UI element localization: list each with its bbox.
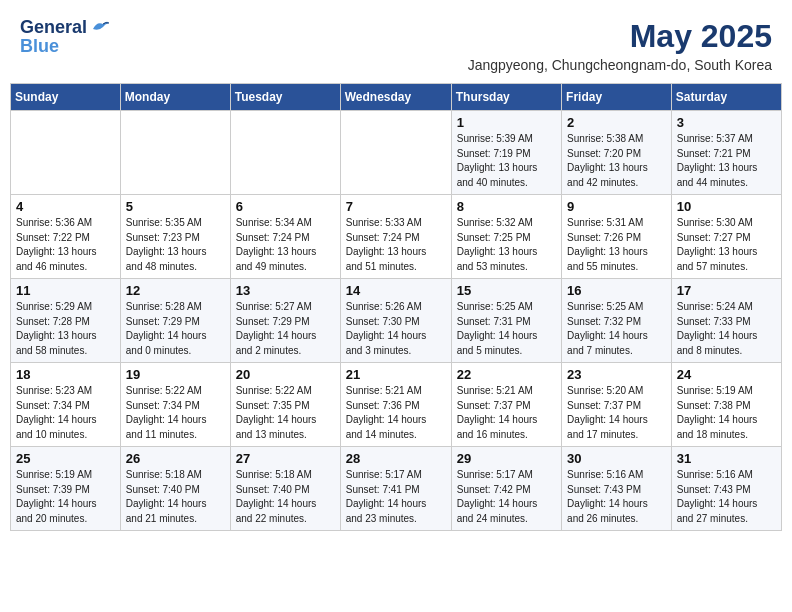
day-info: Sunrise: 5:38 AMSunset: 7:20 PMDaylight:… (567, 132, 666, 190)
day-number: 22 (457, 367, 556, 382)
day-number: 13 (236, 283, 335, 298)
calendar-week-row: 25 Sunrise: 5:19 AMSunset: 7:39 PMDaylig… (11, 447, 782, 531)
day-number: 3 (677, 115, 776, 130)
calendar-cell: 13 Sunrise: 5:27 AMSunset: 7:29 PMDaylig… (230, 279, 340, 363)
calendar-cell: 26 Sunrise: 5:18 AMSunset: 7:40 PMDaylig… (120, 447, 230, 531)
day-number: 10 (677, 199, 776, 214)
day-number: 31 (677, 451, 776, 466)
day-number: 21 (346, 367, 446, 382)
calendar-week-row: 1 Sunrise: 5:39 AMSunset: 7:19 PMDayligh… (11, 111, 782, 195)
month-title: May 2025 (468, 18, 772, 55)
day-info: Sunrise: 5:24 AMSunset: 7:33 PMDaylight:… (677, 300, 776, 358)
day-number: 30 (567, 451, 666, 466)
calendar-cell: 4 Sunrise: 5:36 AMSunset: 7:22 PMDayligh… (11, 195, 121, 279)
day-number: 19 (126, 367, 225, 382)
day-number: 11 (16, 283, 115, 298)
calendar-cell: 16 Sunrise: 5:25 AMSunset: 7:32 PMDaylig… (562, 279, 672, 363)
calendar-cell: 3 Sunrise: 5:37 AMSunset: 7:21 PMDayligh… (671, 111, 781, 195)
calendar-cell: 5 Sunrise: 5:35 AMSunset: 7:23 PMDayligh… (120, 195, 230, 279)
day-info: Sunrise: 5:26 AMSunset: 7:30 PMDaylight:… (346, 300, 446, 358)
day-number: 20 (236, 367, 335, 382)
day-info: Sunrise: 5:21 AMSunset: 7:37 PMDaylight:… (457, 384, 556, 442)
calendar-cell: 9 Sunrise: 5:31 AMSunset: 7:26 PMDayligh… (562, 195, 672, 279)
calendar-week-row: 4 Sunrise: 5:36 AMSunset: 7:22 PMDayligh… (11, 195, 782, 279)
calendar-cell: 27 Sunrise: 5:18 AMSunset: 7:40 PMDaylig… (230, 447, 340, 531)
day-info: Sunrise: 5:16 AMSunset: 7:43 PMDaylight:… (567, 468, 666, 526)
day-info: Sunrise: 5:18 AMSunset: 7:40 PMDaylight:… (126, 468, 225, 526)
day-number: 24 (677, 367, 776, 382)
day-number: 26 (126, 451, 225, 466)
calendar-cell: 6 Sunrise: 5:34 AMSunset: 7:24 PMDayligh… (230, 195, 340, 279)
day-info: Sunrise: 5:33 AMSunset: 7:24 PMDaylight:… (346, 216, 446, 274)
day-info: Sunrise: 5:16 AMSunset: 7:43 PMDaylight:… (677, 468, 776, 526)
day-number: 25 (16, 451, 115, 466)
day-info: Sunrise: 5:31 AMSunset: 7:26 PMDaylight:… (567, 216, 666, 274)
day-number: 23 (567, 367, 666, 382)
day-number: 4 (16, 199, 115, 214)
location-title: Jangpyeong, Chungcheongnam-do, South Kor… (468, 57, 772, 73)
day-info: Sunrise: 5:30 AMSunset: 7:27 PMDaylight:… (677, 216, 776, 274)
day-number: 27 (236, 451, 335, 466)
calendar-cell: 29 Sunrise: 5:17 AMSunset: 7:42 PMDaylig… (451, 447, 561, 531)
logo-bird-icon (89, 15, 111, 37)
day-number: 18 (16, 367, 115, 382)
logo-blue-text: Blue (20, 36, 59, 57)
day-info: Sunrise: 5:20 AMSunset: 7:37 PMDaylight:… (567, 384, 666, 442)
calendar-cell: 19 Sunrise: 5:22 AMSunset: 7:34 PMDaylig… (120, 363, 230, 447)
calendar-cell: 24 Sunrise: 5:19 AMSunset: 7:38 PMDaylig… (671, 363, 781, 447)
calendar-cell: 1 Sunrise: 5:39 AMSunset: 7:19 PMDayligh… (451, 111, 561, 195)
day-number: 29 (457, 451, 556, 466)
calendar-table: SundayMondayTuesdayWednesdayThursdayFrid… (10, 83, 782, 531)
day-number: 16 (567, 283, 666, 298)
calendar-cell: 20 Sunrise: 5:22 AMSunset: 7:35 PMDaylig… (230, 363, 340, 447)
page-header: General Blue May 2025 Jangpyeong, Chungc… (10, 10, 782, 77)
calendar-cell (230, 111, 340, 195)
day-info: Sunrise: 5:17 AMSunset: 7:42 PMDaylight:… (457, 468, 556, 526)
calendar-cell: 17 Sunrise: 5:24 AMSunset: 7:33 PMDaylig… (671, 279, 781, 363)
day-number: 7 (346, 199, 446, 214)
calendar-cell: 8 Sunrise: 5:32 AMSunset: 7:25 PMDayligh… (451, 195, 561, 279)
calendar-cell: 18 Sunrise: 5:23 AMSunset: 7:34 PMDaylig… (11, 363, 121, 447)
day-info: Sunrise: 5:17 AMSunset: 7:41 PMDaylight:… (346, 468, 446, 526)
calendar-cell (340, 111, 451, 195)
calendar-cell: 11 Sunrise: 5:29 AMSunset: 7:28 PMDaylig… (11, 279, 121, 363)
day-header-wednesday: Wednesday (340, 84, 451, 111)
calendar-cell (11, 111, 121, 195)
calendar-cell: 2 Sunrise: 5:38 AMSunset: 7:20 PMDayligh… (562, 111, 672, 195)
calendar-cell: 23 Sunrise: 5:20 AMSunset: 7:37 PMDaylig… (562, 363, 672, 447)
calendar-cell (120, 111, 230, 195)
calendar-week-row: 18 Sunrise: 5:23 AMSunset: 7:34 PMDaylig… (11, 363, 782, 447)
title-section: May 2025 Jangpyeong, Chungcheongnam-do, … (468, 18, 772, 73)
day-info: Sunrise: 5:32 AMSunset: 7:25 PMDaylight:… (457, 216, 556, 274)
calendar-cell: 21 Sunrise: 5:21 AMSunset: 7:36 PMDaylig… (340, 363, 451, 447)
day-info: Sunrise: 5:36 AMSunset: 7:22 PMDaylight:… (16, 216, 115, 274)
day-info: Sunrise: 5:21 AMSunset: 7:36 PMDaylight:… (346, 384, 446, 442)
day-header-saturday: Saturday (671, 84, 781, 111)
day-header-tuesday: Tuesday (230, 84, 340, 111)
calendar-cell: 22 Sunrise: 5:21 AMSunset: 7:37 PMDaylig… (451, 363, 561, 447)
day-number: 17 (677, 283, 776, 298)
calendar-cell: 15 Sunrise: 5:25 AMSunset: 7:31 PMDaylig… (451, 279, 561, 363)
day-header-monday: Monday (120, 84, 230, 111)
day-number: 28 (346, 451, 446, 466)
day-info: Sunrise: 5:25 AMSunset: 7:31 PMDaylight:… (457, 300, 556, 358)
day-info: Sunrise: 5:29 AMSunset: 7:28 PMDaylight:… (16, 300, 115, 358)
calendar-cell: 12 Sunrise: 5:28 AMSunset: 7:29 PMDaylig… (120, 279, 230, 363)
calendar-week-row: 11 Sunrise: 5:29 AMSunset: 7:28 PMDaylig… (11, 279, 782, 363)
day-info: Sunrise: 5:19 AMSunset: 7:39 PMDaylight:… (16, 468, 115, 526)
calendar-header-row: SundayMondayTuesdayWednesdayThursdayFrid… (11, 84, 782, 111)
day-info: Sunrise: 5:35 AMSunset: 7:23 PMDaylight:… (126, 216, 225, 274)
calendar-cell: 10 Sunrise: 5:30 AMSunset: 7:27 PMDaylig… (671, 195, 781, 279)
day-number: 5 (126, 199, 225, 214)
day-number: 8 (457, 199, 556, 214)
day-info: Sunrise: 5:25 AMSunset: 7:32 PMDaylight:… (567, 300, 666, 358)
day-number: 6 (236, 199, 335, 214)
day-info: Sunrise: 5:22 AMSunset: 7:34 PMDaylight:… (126, 384, 225, 442)
day-number: 12 (126, 283, 225, 298)
calendar-cell: 30 Sunrise: 5:16 AMSunset: 7:43 PMDaylig… (562, 447, 672, 531)
day-info: Sunrise: 5:22 AMSunset: 7:35 PMDaylight:… (236, 384, 335, 442)
day-number: 15 (457, 283, 556, 298)
calendar-cell: 28 Sunrise: 5:17 AMSunset: 7:41 PMDaylig… (340, 447, 451, 531)
calendar-cell: 7 Sunrise: 5:33 AMSunset: 7:24 PMDayligh… (340, 195, 451, 279)
day-number: 1 (457, 115, 556, 130)
